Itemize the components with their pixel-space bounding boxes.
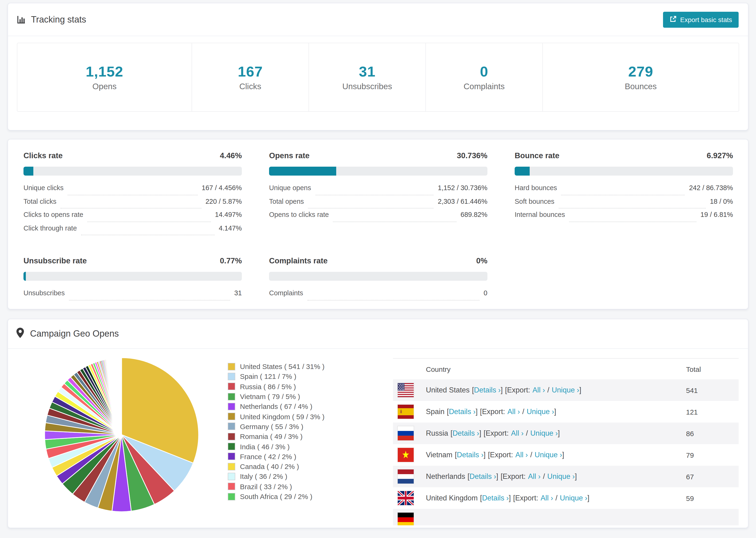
dotted-leader [333, 221, 457, 222]
export-unique-link[interactable]: Unique › [547, 472, 575, 480]
country-total: 67 [686, 472, 739, 480]
export-all-link[interactable]: All › [540, 494, 553, 502]
legend-item: Canada ( 40 / 2% ) [228, 461, 393, 471]
rate-row: Clicks to opens rate14.497% [24, 211, 242, 224]
dotted-leader [69, 300, 230, 300]
opens-rate-title: Opens rate [269, 151, 309, 160]
bounces-count: 279 [628, 63, 653, 80]
clicks-rate-block: Clicks rate 4.46% Unique clicks167 / 4.4… [24, 151, 242, 238]
clicks-count: 167 [238, 63, 263, 80]
export-unique-link[interactable]: Unique › [535, 451, 562, 459]
geo-pie-chart [16, 349, 228, 525]
tracking-stats-title: Tracking stats [17, 14, 86, 25]
country-total: 59 [686, 494, 739, 502]
details-link[interactable]: Details › [457, 451, 484, 459]
details-link[interactable]: Details › [453, 429, 479, 437]
legend-swatch [228, 363, 235, 370]
geo-legend: United States ( 541 / 31% ) Spain ( 121 … [228, 349, 393, 525]
country-name: Netherlands [426, 472, 465, 480]
clicks-label: Clicks [239, 81, 261, 91]
details-link[interactable]: Details › [469, 472, 496, 480]
opens-label: Opens [92, 81, 117, 91]
complaints-rate-block: Complaints rate 0% Complaints0 [269, 256, 487, 302]
legend-item: Romania ( 49 / 3% ) [228, 431, 393, 442]
rate-row: Unsubscribes31 [24, 289, 242, 302]
dotted-leader [307, 300, 479, 300]
export-unique-link[interactable]: Unique › [560, 494, 587, 502]
export-unique-link[interactable]: Unique › [530, 429, 558, 437]
dotted-leader [61, 208, 201, 208]
rate-row: Total opens2,303 / 61.446% [269, 197, 487, 211]
legend-item: France ( 42 / 2% ) [228, 452, 393, 461]
clicks-rate-value: 4.46% [220, 151, 242, 160]
country-name: Vietnam [426, 451, 453, 459]
bar-chart-icon [17, 15, 26, 24]
stat-box-opens: 1,152 Opens [17, 43, 192, 111]
table-row-partial [393, 509, 739, 525]
rate-row: Internal bounces19 / 6.81% [514, 211, 733, 224]
stat-box-unsubscribes: 31 Unsubscribes [309, 43, 426, 111]
details-link[interactable]: Details › [482, 494, 509, 502]
dotted-leader [308, 208, 433, 208]
export-unique-link[interactable]: Unique › [527, 407, 554, 415]
export-all-link[interactable]: All › [515, 451, 528, 459]
details-link[interactable]: Details › [449, 407, 476, 415]
complaints-rate-title: Complaints rate [269, 256, 328, 265]
country-total: 79 [686, 451, 739, 459]
unsubscribe-rate-block: Unsubscribe rate 0.77% Unsubscribes31 [24, 256, 242, 302]
flag-united-kingdom-icon [398, 491, 414, 505]
legend-swatch [228, 463, 235, 470]
legend-swatch [228, 413, 235, 420]
export-unique-link[interactable]: Unique › [552, 386, 579, 394]
rate-row: Click through rate4.147% [24, 224, 242, 238]
legend-item: Netherlands ( 67 / 4% ) [228, 402, 393, 411]
legend-item: Russia ( 86 / 5% ) [228, 381, 393, 392]
opens-rate-value: 30.736% [457, 151, 487, 160]
legend-swatch [228, 393, 235, 400]
legend-item: Germany ( 55 / 3% ) [228, 422, 393, 432]
legend-swatch [228, 433, 235, 440]
legend-item: Brazil ( 33 / 2% ) [228, 481, 393, 492]
export-all-link[interactable]: All › [507, 407, 520, 415]
stat-box-bounces: 279 Bounces [543, 43, 739, 111]
export-all-link[interactable]: All › [511, 429, 523, 437]
rate-row: Soft bounces18 / 0% [514, 197, 733, 211]
export-basic-stats-button[interactable]: Export basic stats [663, 12, 739, 27]
legend-swatch [228, 453, 235, 460]
complaints-rate-progressbar [269, 272, 487, 281]
clicks-rate-progressbar [24, 167, 242, 176]
geo-opens-title-text: Campaign Geo Opens [30, 329, 119, 339]
legend-swatch [228, 443, 235, 450]
dotted-leader [561, 194, 685, 195]
map-pin-icon [17, 327, 24, 340]
opens-rate-block: Opens rate 30.736% Unique opens1,152 / 3… [269, 151, 487, 238]
flag-united-states-icon [398, 383, 414, 397]
table-row-netherlands: Netherlands[Details ›][Export:All ›/Uniq… [393, 466, 739, 487]
country-total: 86 [686, 429, 739, 437]
details-link[interactable]: Details › [474, 386, 501, 394]
legend-item: United States ( 541 / 31% ) [228, 361, 393, 372]
country-name: United States [426, 386, 469, 394]
bounce-rate-progressbar [514, 167, 733, 176]
table-row-vietnam: Vietnam[Details ›][Export:All ›/Unique ›… [393, 444, 739, 466]
country-total: 541 [686, 386, 739, 394]
geo-table-header: Country Total [393, 359, 739, 379]
tracking-stats-title-text: Tracking stats [31, 14, 86, 25]
country-total: 121 [686, 408, 739, 416]
legend-item: Italy ( 36 / 2% ) [228, 471, 393, 482]
table-row-russia: Russia[Details ›][Export:All ›/Unique ›]… [393, 422, 739, 444]
export-all-link[interactable]: All › [532, 386, 545, 394]
table-row-united-kingdom: United Kingdom[Details ›][Export:All ›/U… [393, 487, 739, 509]
column-header-total: Total [686, 365, 739, 373]
flag-germany-icon [398, 512, 414, 525]
opens-count: 1,152 [86, 63, 123, 80]
stats-row: 1,152 Opens 167 Clicks 31 Unsubscribes 0… [17, 43, 739, 112]
rates-card: Clicks rate 4.46% Unique clicks167 / 4.4… [8, 139, 748, 309]
legend-swatch [228, 493, 235, 500]
rate-row: Unique clicks167 / 4.456% [24, 184, 242, 197]
export-all-link[interactable]: All › [528, 472, 540, 480]
clicks-rate-title: Clicks rate [24, 151, 63, 160]
unsubscribe-rate-progress-fill [24, 272, 26, 281]
legend-item: India ( 46 / 3% ) [228, 442, 393, 452]
legend-item: Spain ( 121 / 7% ) [228, 372, 393, 382]
